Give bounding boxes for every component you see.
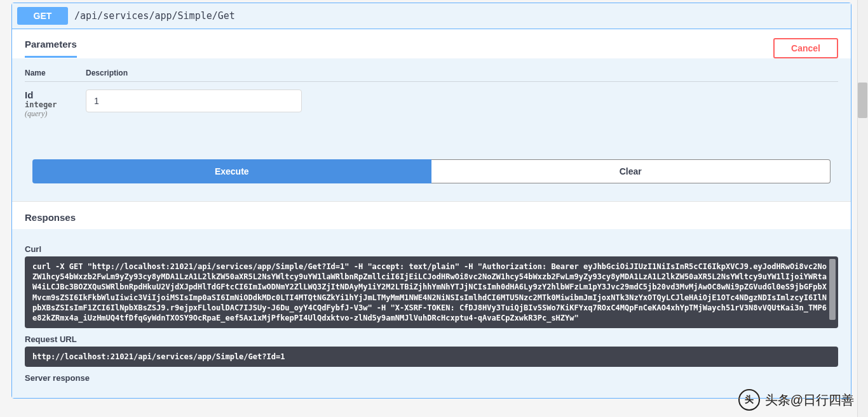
parameter-row: Id integer (query) (25, 89, 838, 119)
parameters-tab[interactable]: Parameters (25, 39, 77, 58)
param-location: (query) (25, 109, 86, 119)
operation-summary[interactable]: GET /api/services/app/Simple/Get (12, 3, 851, 29)
param-type: integer (25, 100, 86, 109)
page-scroll-thumb[interactable] (858, 83, 867, 118)
column-header-description: Description (86, 69, 128, 77)
request-url-output[interactable]: http://localhost:21021/api/services/app/… (25, 347, 838, 367)
parameters-area: Name Description Id integer (query) (12, 58, 851, 201)
cancel-button[interactable]: Cancel (773, 38, 838, 58)
server-response-label: Server response (25, 373, 838, 383)
responses-area: Curl curl -X GET "http://localhost:21021… (12, 229, 851, 398)
param-name: Id (25, 89, 86, 100)
curl-scroll-thumb[interactable] (829, 259, 836, 320)
request-url-label: Request URL (25, 334, 838, 344)
page-scrollbar[interactable] (857, 0, 868, 417)
curl-output[interactable]: curl -X GET "http://localhost:21021/api/… (25, 256, 838, 328)
execute-button[interactable]: Execute (32, 159, 431, 183)
curl-label: Curl (25, 244, 838, 254)
curl-scrollbar[interactable] (828, 258, 837, 327)
column-header-name: Name (25, 69, 86, 77)
clear-button[interactable]: Clear (431, 159, 831, 183)
operation-block: GET /api/services/app/Simple/Get Paramet… (11, 3, 851, 399)
parameters-tab-header: Parameters Cancel (12, 29, 851, 58)
endpoint-path: /api/services/app/Simple/Get (74, 10, 235, 22)
responses-header: Responses (12, 201, 851, 229)
param-id-input[interactable] (86, 89, 302, 112)
http-method-badge: GET (17, 7, 68, 25)
